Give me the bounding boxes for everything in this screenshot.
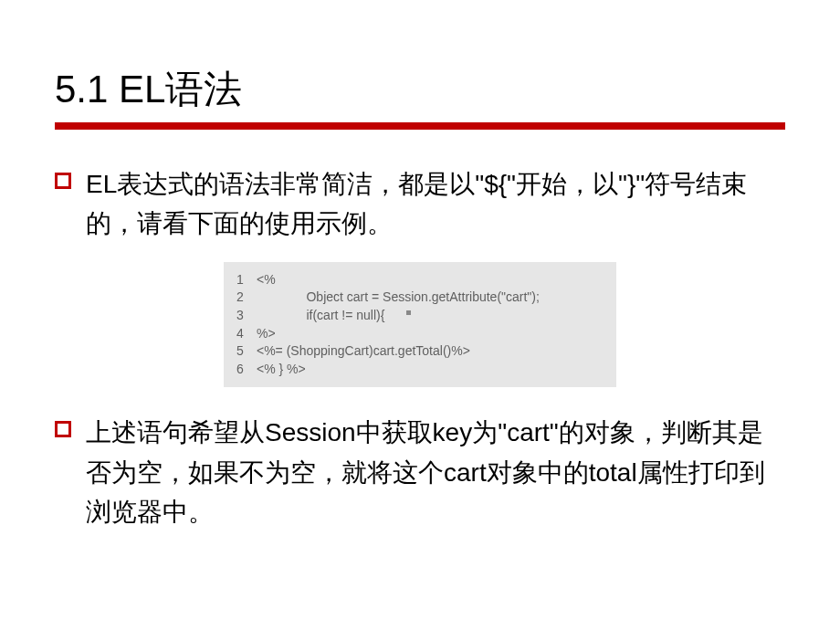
line-number: 2 — [236, 289, 257, 307]
line-number: 4 — [236, 325, 257, 343]
code-text: %> — [257, 325, 276, 343]
code-text: <% — [257, 271, 276, 289]
code-line: 2 Object cart = Session.getAttribute("ca… — [236, 289, 604, 307]
paragraph-1: EL表达式的语法非常简洁，都是以"${"开始，以"}"符号结束的，请看下面的使用… — [86, 164, 785, 244]
bullet-item-2: 上述语句希望从Session中获取key为"cart"的对象，判断其是否为空，如… — [55, 413, 785, 531]
code-line: 4 %> — [236, 325, 604, 343]
slide-container: 5.1 EL语法 EL表达式的语法非常简洁，都是以"${"开始，以"}"符号结束… — [0, 0, 840, 585]
code-text: if(cart != null){ — [257, 307, 384, 325]
line-number: 3 — [236, 307, 257, 325]
code-line: 1 <% — [236, 271, 604, 289]
code-line: 5 <%= (ShoppingCart)cart.getTotal()%> — [236, 342, 604, 361]
slide-title: 5.1 EL语法 — [55, 64, 785, 115]
code-text: <%= (ShoppingCart)cart.getTotal()%> — [257, 342, 470, 361]
line-number: 1 — [236, 271, 257, 289]
paragraph-2: 上述语句希望从Session中获取key为"cart"的对象，判断其是否为空，如… — [86, 413, 785, 531]
title-underline — [55, 122, 785, 130]
code-line: 6 <% } %> — [236, 361, 604, 379]
code-text: <% } %> — [257, 361, 306, 379]
bullet-item-1: EL表达式的语法非常简洁，都是以"${"开始，以"}"符号结束的，请看下面的使用… — [55, 164, 785, 244]
code-text: Object cart = Session.getAttribute("cart… — [257, 289, 540, 307]
code-line: 3 if(cart != null){ — [236, 307, 604, 325]
line-number: 6 — [236, 361, 257, 379]
code-block: 1 <% 2 Object cart = Session.getAttribut… — [224, 262, 616, 388]
bullet-square-icon — [55, 421, 71, 437]
line-number: 5 — [236, 342, 257, 361]
center-marker-icon — [406, 310, 411, 315]
bullet-square-icon — [55, 173, 71, 189]
